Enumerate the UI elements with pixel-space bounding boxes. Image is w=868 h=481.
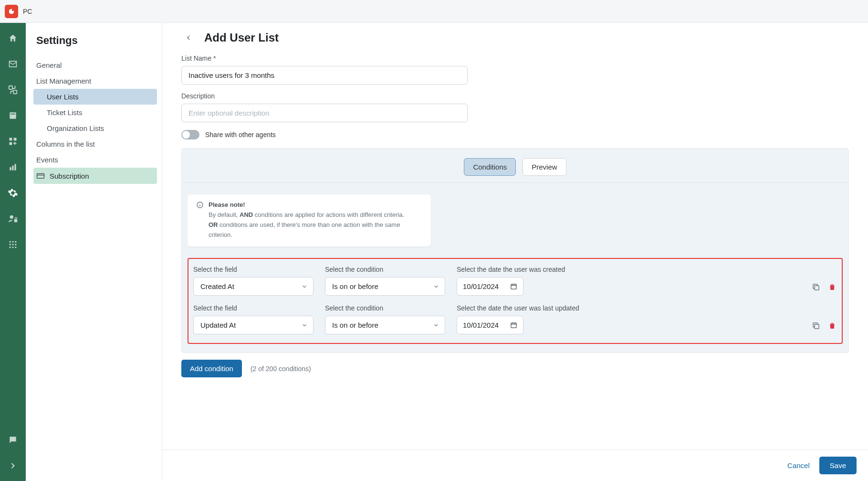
calendar-icon (510, 321, 517, 329)
svg-rect-26 (815, 286, 819, 290)
rail-grid-icon[interactable] (7, 136, 19, 147)
svg-point-17 (10, 244, 11, 245)
svg-point-16 (15, 241, 16, 243)
conditions-panel: Conditions Preview Please note! By defau… (181, 148, 849, 353)
field-label: Select the field (193, 304, 314, 312)
sidebar-item-events[interactable]: Events (33, 152, 157, 168)
condition-select[interactable]: Is on or before (325, 277, 445, 296)
svg-rect-8 (10, 142, 12, 145)
rail-home-icon[interactable] (7, 32, 19, 44)
svg-rect-4 (10, 112, 16, 118)
settings-sidebar: Settings General List Management User Li… (26, 23, 162, 481)
field-select[interactable]: Updated At (193, 316, 314, 334)
list-name-input[interactable] (181, 66, 468, 85)
sidebar-item-organization-lists[interactable]: Organization Lists (33, 120, 157, 136)
svg-rect-28 (815, 324, 819, 329)
calendar-icon (510, 283, 517, 290)
note-line1: By default, AND conditions are applied f… (209, 210, 422, 220)
svg-rect-9 (10, 167, 11, 171)
rail-chart-icon[interactable] (7, 161, 19, 173)
rail-sync-icon[interactable] (7, 84, 19, 96)
svg-point-12 (10, 215, 13, 219)
svg-rect-25 (511, 285, 516, 289)
svg-point-14 (10, 241, 11, 243)
main-content: Add User List List Name * Description Sh… (162, 23, 868, 481)
sidebar-item-ticket-lists[interactable]: Ticket Lists (33, 105, 157, 120)
back-button[interactable] (181, 31, 196, 45)
condition-row: Select the field Created At Select the c… (193, 266, 837, 296)
rail-mail-icon[interactable] (7, 58, 19, 70)
date-label: Select the date the user was last update… (457, 304, 579, 312)
date-input[interactable]: 10/01/2024 (457, 277, 523, 296)
rail-apps-icon[interactable] (7, 239, 19, 250)
svg-rect-11 (14, 164, 16, 170)
note-line2: OR conditions are used, if there's more … (209, 220, 422, 240)
sidebar-item-subscription[interactable]: Subscription (33, 168, 157, 184)
description-label: Description (181, 92, 849, 100)
add-condition-button[interactable]: Add condition (181, 360, 242, 377)
rail-settings-icon[interactable] (7, 187, 19, 199)
svg-point-1 (12, 9, 14, 11)
duplicate-button[interactable] (811, 282, 821, 292)
page-title: Add User List (204, 31, 279, 44)
svg-point-22 (15, 246, 16, 248)
note-box: Please note! By default, AND conditions … (188, 194, 431, 246)
rail-user-lock-icon[interactable] (7, 213, 19, 224)
credit-card-icon (36, 171, 45, 180)
duplicate-button[interactable] (811, 321, 821, 331)
svg-rect-10 (12, 166, 13, 171)
description-input[interactable] (181, 104, 468, 122)
save-button[interactable]: Save (819, 457, 857, 474)
left-rail (0, 23, 26, 481)
delete-button[interactable] (827, 321, 837, 331)
svg-point-18 (12, 244, 13, 245)
svg-rect-7 (14, 138, 17, 141)
svg-rect-3 (13, 90, 17, 94)
svg-rect-27 (511, 323, 516, 328)
sidebar-item-list-management[interactable]: List Management (33, 73, 157, 89)
topbar: PC (0, 0, 868, 23)
svg-rect-5 (10, 114, 15, 115)
tab-conditions[interactable]: Conditions (464, 158, 516, 176)
svg-rect-13 (14, 219, 17, 222)
list-name-label: List Name * (181, 54, 849, 62)
info-icon (196, 201, 204, 209)
workspace-name[interactable]: PC (23, 8, 32, 15)
sidebar-item-label: Subscription (50, 172, 89, 180)
date-label: Select the date the user was created (457, 266, 565, 273)
sidebar-item-user-lists[interactable]: User Lists (33, 89, 157, 105)
rail-expand-icon[interactable] (7, 460, 19, 471)
condition-label: Select the condition (325, 266, 445, 273)
svg-point-15 (12, 241, 13, 243)
note-title: Please note! (209, 201, 422, 208)
app-logo[interactable] (5, 5, 18, 18)
conditions-count: (2 of 200 conditions) (251, 365, 311, 373)
share-toggle[interactable] (181, 130, 199, 139)
footer-bar: Cancel Save (162, 449, 868, 481)
share-label: Share with other agents (205, 131, 276, 139)
field-select[interactable]: Created At (193, 277, 314, 296)
conditions-list: Select the field Created At Select the c… (188, 258, 843, 344)
sidebar-item-general[interactable]: General (33, 57, 157, 73)
delete-button[interactable] (827, 282, 837, 292)
rail-book-icon[interactable] (7, 110, 19, 121)
sidebar-title: Settings (36, 34, 157, 47)
rail-chat-icon[interactable] (7, 434, 19, 446)
svg-point-21 (12, 246, 13, 248)
condition-select[interactable]: Is on or before (325, 316, 445, 334)
svg-point-20 (10, 246, 11, 248)
field-label: Select the field (193, 266, 314, 273)
svg-rect-23 (37, 174, 44, 179)
date-input[interactable]: 10/01/2024 (457, 316, 523, 334)
cancel-button[interactable]: Cancel (787, 461, 810, 470)
condition-row: Select the field Updated At Select the c… (193, 304, 837, 334)
svg-rect-6 (10, 138, 12, 141)
tab-preview[interactable]: Preview (523, 158, 566, 176)
svg-rect-2 (9, 86, 12, 89)
sidebar-item-columns[interactable]: Columns in the list (33, 136, 157, 152)
svg-point-19 (15, 244, 16, 245)
condition-label: Select the condition (325, 304, 445, 312)
